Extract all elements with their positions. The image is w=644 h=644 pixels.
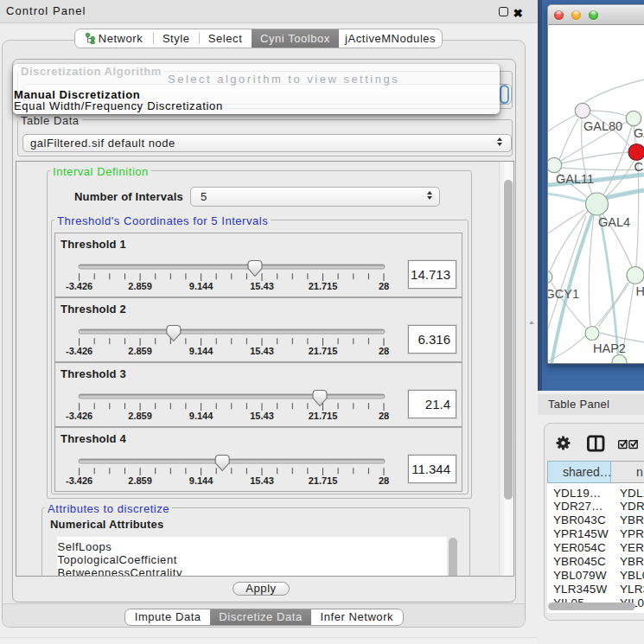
svg-text:HAP2: HAP2 [593, 341, 626, 355]
svg-text:2.859: 2.859 [128, 475, 152, 486]
svg-text:15.43: 15.43 [250, 346, 274, 356]
svg-text:15.43: 15.43 [250, 281, 274, 291]
svg-text:21.715: 21.715 [309, 411, 338, 421]
svg-text:2.859: 2.859 [128, 411, 152, 421]
svg-text:28: 28 [379, 346, 389, 356]
svg-text:GAL4: GAL4 [598, 215, 630, 229]
svg-text:2.859: 2.859 [128, 281, 152, 291]
svg-text:2.859: 2.859 [128, 346, 152, 356]
svg-text:21.715: 21.715 [309, 475, 338, 486]
svg-text:H: H [636, 284, 644, 298]
svg-text:9.144: 9.144 [189, 346, 214, 356]
svg-text:C: C [634, 160, 643, 174]
svg-text:9.144: 9.144 [189, 475, 214, 486]
svg-text:28: 28 [379, 475, 389, 486]
svg-text:GA: GA [634, 126, 644, 140]
svg-text:-3.426: -3.426 [66, 281, 92, 291]
svg-text:-3.426: -3.426 [66, 411, 92, 421]
svg-text:21.715: 21.715 [309, 346, 338, 356]
svg-text:15.43: 15.43 [250, 411, 274, 421]
svg-text:28: 28 [379, 411, 389, 421]
svg-text:15.43: 15.43 [250, 475, 274, 486]
svg-text:-3.426: -3.426 [66, 475, 92, 486]
svg-text:GAL80: GAL80 [583, 119, 622, 133]
svg-text:21.715: 21.715 [309, 281, 338, 291]
svg-text:-3.426: -3.426 [66, 346, 92, 356]
svg-text:GCY1: GCY1 [548, 287, 579, 301]
svg-text:GAL11: GAL11 [556, 172, 594, 186]
svg-text:9.144: 9.144 [189, 281, 214, 291]
svg-text:28: 28 [379, 281, 389, 291]
svg-text:9.144: 9.144 [189, 411, 214, 421]
